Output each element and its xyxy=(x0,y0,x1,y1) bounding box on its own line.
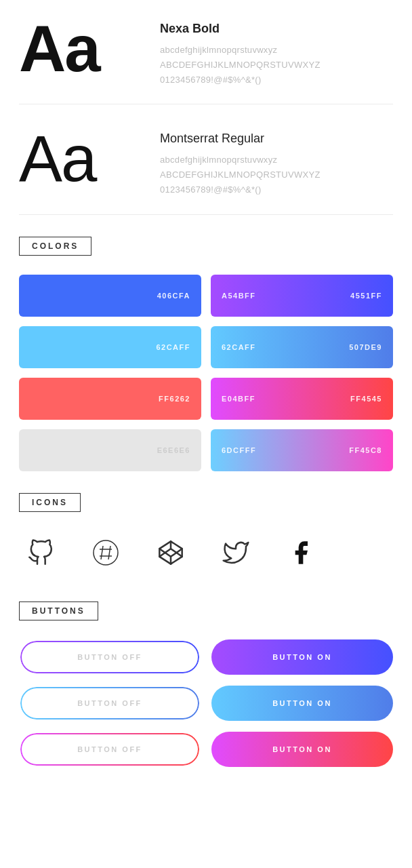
icons-section: ICONS xyxy=(19,493,393,580)
font-name-2: Montserrat Regular xyxy=(160,132,321,146)
font-section-1: Aa Nexa Bold abcdefghijklmnopqrstuvwxyz … xyxy=(19,16,393,104)
svg-line-3 xyxy=(101,546,103,559)
button-off-pink[interactable]: BUTTON OFF xyxy=(19,732,201,767)
color-code-blue: 406CFA xyxy=(157,292,190,300)
button-on-purple[interactable]: BUTTON ON xyxy=(211,639,393,675)
color-code-cyan: 62CAFF xyxy=(156,343,190,351)
swatch-pink-gradient: E04BFF FF4545 xyxy=(211,378,393,420)
font-name-1: Nexa Bold xyxy=(160,22,321,36)
svg-point-0 xyxy=(94,540,118,565)
button-off-purple[interactable]: BUTTON OFF xyxy=(19,639,201,675)
font-info-2: Montserrat Regular abcdefghijklmnopqrstu… xyxy=(160,126,321,197)
swatch-blue: 406CFA xyxy=(19,275,201,317)
buttons-section: BUTTONS BUTTON OFF BUTTON ON BUTTON OFF … xyxy=(19,601,393,767)
color-code-cyan-left: 62CAFF xyxy=(222,343,256,351)
swatch-red: FF6262 xyxy=(19,378,201,420)
color-code-lightgray: E6E6E6 xyxy=(157,446,190,454)
font-info-1: Nexa Bold abcdefghijklmnopqrstuvwxyz ABC… xyxy=(160,16,321,87)
color-code-pink-right: FF4545 xyxy=(350,395,382,403)
swatch-lightgray: E6E6E6 xyxy=(19,429,201,471)
button-on-pink[interactable]: BUTTON ON xyxy=(211,732,393,767)
button-on-cyan[interactable]: BUTTON ON xyxy=(211,686,393,721)
swatch-purple-gradient: A54BFF 4551FF xyxy=(211,275,393,317)
color-code-purple-left: A54BFF xyxy=(222,292,256,300)
swatch-pink-cyan-gradient: 6DCFFF FF45C8 xyxy=(211,429,393,471)
color-code-red: FF6262 xyxy=(159,395,190,403)
color-code-pinkcyan-right: FF45C8 xyxy=(349,446,382,454)
color-code-cyan-right: 507DE9 xyxy=(349,343,382,351)
color-code-purple-right: 4551FF xyxy=(350,292,382,300)
swatch-cyan-gradient: 62CAFF 507DE9 xyxy=(211,326,393,368)
color-code-pinkcyan-left: 6DCFFF xyxy=(222,446,256,454)
icons-row xyxy=(19,531,393,580)
font-chars-upper-1: ABCDEFGHIJKLMNOPQRSTUVWXYZ xyxy=(160,58,321,73)
svg-line-4 xyxy=(108,546,110,559)
hashtag-icon xyxy=(89,536,122,569)
codepen-icon xyxy=(154,536,187,569)
font-chars-upper-2: ABCDEFGHIJKLMNOPQRSTUVWXYZ xyxy=(160,167,321,182)
twitter-icon xyxy=(220,536,252,569)
color-code-pink-left: E04BFF xyxy=(222,395,255,403)
font-preview-1: Aa xyxy=(19,16,141,81)
icons-label: ICONS xyxy=(19,493,81,512)
font-section-2: Aa Montserrat Regular abcdefghijklmnopqr… xyxy=(19,126,393,214)
font-chars-lower-2: abcdefghijklmnopqrstuvwxyz xyxy=(160,153,321,167)
buttons-grid: BUTTON OFF BUTTON ON BUTTON OFF BUTTON O… xyxy=(19,639,393,767)
font-chars-num-1: 0123456789!@#$%^&*() xyxy=(160,73,321,87)
font-chars-lower-1: abcdefghijklmnopqrstuvwxyz xyxy=(160,43,321,58)
facebook-icon xyxy=(285,536,317,569)
button-off-cyan[interactable]: BUTTON OFF xyxy=(19,686,201,721)
colors-grid: 406CFA A54BFF 4551FF 62CAFF 62CAFF 507DE… xyxy=(19,275,393,471)
colors-section: COLORS 406CFA A54BFF 4551FF 62CAFF 62CAF… xyxy=(19,237,393,471)
font-chars-num-2: 0123456789!@#$%^&*() xyxy=(160,182,321,197)
buttons-label: BUTTONS xyxy=(19,601,98,620)
swatch-cyan: 62CAFF xyxy=(19,326,201,368)
font-preview-2: Aa xyxy=(19,126,141,191)
github-icon xyxy=(24,536,57,569)
colors-label: COLORS xyxy=(19,237,91,256)
